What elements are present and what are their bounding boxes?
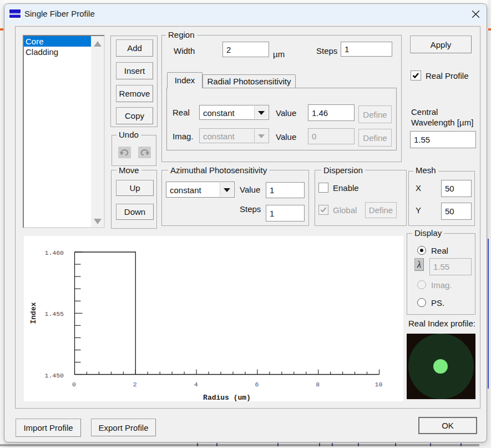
svg-text:10: 10 bbox=[375, 381, 383, 388]
svg-text:6: 6 bbox=[255, 381, 259, 388]
svg-text:Index: Index bbox=[29, 302, 38, 324]
svg-text:2: 2 bbox=[133, 381, 137, 388]
svg-text:Radius (um): Radius (um) bbox=[203, 394, 251, 401]
svg-text:8: 8 bbox=[316, 381, 320, 388]
svg-text:1.460: 1.460 bbox=[44, 249, 64, 256]
svg-text:1.455: 1.455 bbox=[44, 310, 64, 318]
svg-text:0: 0 bbox=[72, 381, 76, 388]
svg-text:1.450: 1.450 bbox=[44, 372, 64, 379]
svg-text:4: 4 bbox=[194, 381, 198, 388]
